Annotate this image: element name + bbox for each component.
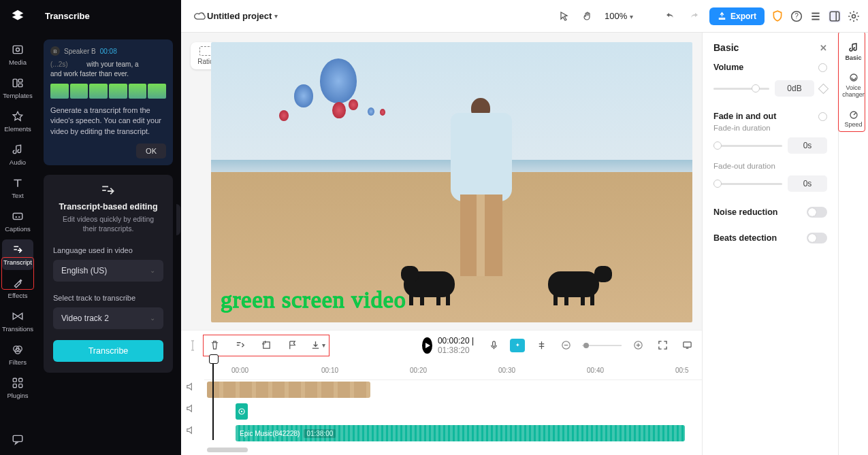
video-preview[interactable]: green screen video [211, 42, 692, 322]
language-label: Language used in video [53, 246, 163, 254]
fade-in-label: Fade-in duration [713, 124, 827, 132]
zoom-level[interactable]: 100% ▾ [605, 11, 633, 21]
nav-transcript[interactable]: Transcript [2, 239, 33, 270]
auto-chip-icon[interactable]: ✦ [510, 339, 525, 352]
reset-icon[interactable] [818, 112, 827, 121]
close-icon[interactable]: ✕ [820, 43, 827, 53]
preview-mode-icon[interactable] [679, 337, 695, 354]
chevron-down-icon[interactable]: ▾ [274, 12, 278, 20]
svg-rect-17 [19, 384, 22, 388]
properties-panel: Basic ✕ Volume 0dB Fade in and out Fade-… [702, 33, 838, 455]
play-button[interactable] [422, 337, 432, 354]
svg-rect-2 [830, 12, 839, 21]
thumbnail-strip [50, 84, 166, 99]
zoom-slider[interactable] [582, 345, 622, 346]
nav-plugins[interactable]: Plugins [2, 373, 33, 403]
timeline[interactable]: 00:00 00:10 00:20 00:30 00:40 00:5 Epic … [181, 360, 702, 455]
nav-text[interactable]: Text [2, 173, 33, 203]
transcribe-panel: B Speaker B 00:08 (...2s) with your team… [35, 33, 181, 455]
rail-speed[interactable]: Speed [841, 106, 866, 132]
cursor-icon[interactable] [558, 10, 570, 22]
svg-rect-10 [13, 214, 22, 220]
gear-icon[interactable] [848, 10, 860, 22]
redo-icon [688, 10, 700, 22]
nav-effects[interactable]: Effects [2, 273, 33, 303]
download-icon[interactable]: ▾ [310, 337, 326, 354]
chevron-down-icon: ⌄ [150, 314, 155, 322]
timeline-scrollbar[interactable] [204, 445, 702, 454]
svg-point-6 [16, 48, 20, 52]
zoom-in-icon[interactable] [630, 337, 646, 354]
zoom-out-icon[interactable] [558, 337, 574, 354]
duration: 01:38:20 [438, 346, 470, 355]
svg-rect-8 [18, 79, 22, 82]
noise-toggle[interactable] [807, 207, 827, 218]
flag-icon[interactable] [284, 337, 300, 354]
auto-cut-icon[interactable] [232, 337, 248, 354]
reset-icon[interactable] [818, 63, 827, 72]
nav-captions[interactable]: Captions [2, 206, 33, 237]
nav-media[interactable]: Media [2, 39, 33, 70]
fade-in-slider[interactable] [713, 145, 782, 147]
undo-icon[interactable] [664, 10, 677, 22]
cloud-icon[interactable] [193, 11, 207, 22]
transcript-card-subtitle: Edit videos quickly by editing their tra… [53, 214, 163, 233]
svg-text:?: ? [794, 12, 799, 20]
export-button[interactable]: Export [709, 7, 765, 25]
app-logo[interactable] [0, 0, 35, 33]
volume-slider[interactable] [713, 88, 769, 90]
split-icon[interactable] [533, 337, 549, 354]
mic-icon[interactable] [485, 337, 502, 354]
nav-rail: Media Templates Elements Audio Text Capt… [0, 33, 35, 455]
marker-clip[interactable] [236, 403, 248, 420]
nav-elements[interactable]: Elements [2, 106, 33, 137]
fade-out-slider[interactable] [713, 183, 782, 185]
nav-filters[interactable]: Filters [2, 339, 33, 370]
fade-in-value[interactable]: 0s [788, 137, 827, 154]
language-select[interactable]: English (US)⌄ [53, 260, 163, 282]
help-icon[interactable]: ? [790, 10, 803, 22]
volume-label: Volume [713, 63, 743, 72]
chevron-down-icon: ⌄ [150, 267, 155, 274]
transcript-snippet: (...2s) with your team, a and work faste… [50, 60, 166, 78]
transcribe-button[interactable]: Transcribe [53, 340, 163, 362]
rail-voice-changer[interactable]: Voicechanger [841, 69, 866, 102]
svg-rect-15 [19, 378, 22, 382]
project-name[interactable]: Untitled project [207, 11, 272, 21]
speaker-icon[interactable] [185, 382, 197, 392]
noise-label: Noise reduction [713, 207, 777, 217]
shield-icon[interactable] [771, 10, 784, 22]
fullscreen-icon[interactable] [654, 337, 671, 354]
beats-toggle[interactable] [807, 233, 827, 243]
panel-collapse-handle[interactable] [176, 204, 180, 235]
svg-rect-9 [18, 84, 22, 87]
beats-label: Beats detection [713, 233, 777, 243]
speaker-timestamp: 00:08 [100, 48, 117, 55]
speaker-icon[interactable] [185, 425, 197, 435]
queue-icon[interactable] [809, 10, 822, 22]
track-select[interactable]: Video track 2⌄ [53, 307, 163, 329]
nav-transitions[interactable]: Transitions [2, 306, 33, 337]
audio-clip[interactable]: Epic Music(842228) 01:38:00 [236, 425, 685, 441]
svg-point-25 [241, 411, 242, 412]
fade-out-value[interactable]: 0s [788, 175, 827, 192]
caption-overlay: green screen video [221, 287, 406, 313]
volume-value[interactable]: 0dB [775, 80, 814, 97]
text-cursor-icon[interactable] [188, 337, 197, 354]
nav-templates[interactable]: Templates [2, 73, 33, 103]
playhead[interactable] [212, 360, 214, 440]
keyframe-icon[interactable] [818, 83, 829, 94]
video-clip[interactable] [207, 382, 370, 398]
nav-audio[interactable]: Audio [2, 139, 33, 170]
tip-ok-button[interactable]: OK [136, 144, 166, 158]
panel-title: Basic [713, 42, 739, 53]
timeline-ruler[interactable]: 00:00 00:10 00:20 00:30 00:40 00:5 [204, 364, 702, 380]
right-rail: Basic Voicechanger Speed [838, 33, 868, 455]
hand-icon[interactable] [581, 10, 594, 22]
crop-icon[interactable] [258, 337, 274, 354]
layout-icon[interactable] [829, 10, 841, 22]
nav-feedback[interactable] [2, 429, 33, 455]
speaker-icon[interactable] [185, 403, 197, 414]
rail-basic[interactable]: Basic [841, 39, 866, 65]
delete-icon[interactable] [206, 337, 223, 354]
